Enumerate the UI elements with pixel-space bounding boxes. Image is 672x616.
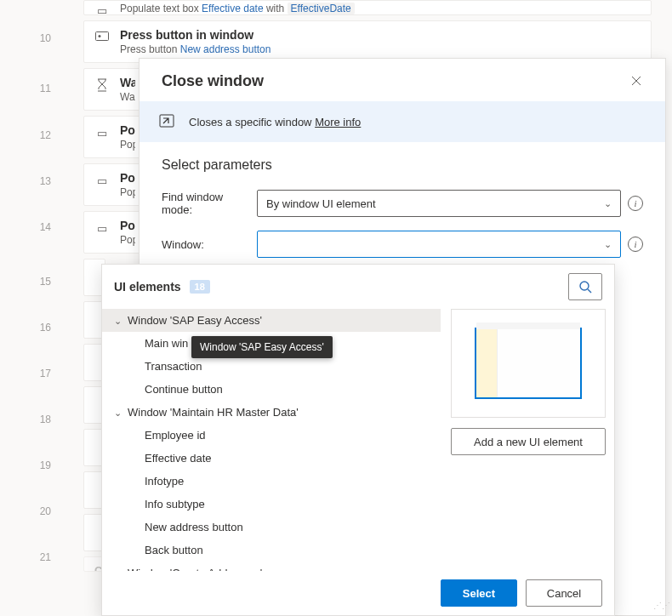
flow-step[interactable]: ▭ Populate text box Effective date with … (83, 0, 652, 15)
step-subtitle: Pop (120, 234, 135, 246)
close-window-icon (158, 113, 175, 130)
chevron-down-icon[interactable]: ⌄ (114, 408, 122, 419)
more-info-link[interactable]: More info (315, 116, 361, 128)
svg-point-3 (580, 282, 589, 290)
tree-item[interactable]: Employee id (102, 424, 441, 447)
tree-item[interactable]: Info subtype (102, 493, 441, 516)
line-number: 13 (0, 175, 51, 187)
line-number: 15 (0, 276, 51, 288)
tree-item[interactable]: Infotype (102, 470, 441, 493)
textbox-icon: ▭ (94, 3, 110, 15)
tree-group[interactable]: ⌄Window 'Create Addresses' (102, 562, 441, 571)
tree-item-label: Window 'SAP Easy Access' (128, 314, 262, 327)
tree-group[interactable]: ⌄Window 'SAP Easy Access' (102, 309, 441, 332)
textbox-icon: ▭ (94, 220, 110, 236)
line-number: 11 (0, 83, 51, 94)
tree-item[interactable]: New address button (102, 516, 441, 539)
cancel-button[interactable]: Cancel (526, 579, 602, 607)
step-title: Wai (120, 76, 135, 89)
tree-item-label: Transaction (145, 360, 202, 373)
window-select[interactable]: ⌄ (257, 231, 621, 258)
dialog-title: Close window (162, 72, 264, 90)
tree-item-label: Main win (145, 337, 188, 350)
picker-title: UI elements (114, 280, 181, 294)
elements-count-badge: 18 (190, 280, 210, 294)
chevron-down-icon[interactable]: ⌄ (114, 568, 122, 571)
chevron-down-icon[interactable]: ⌄ (114, 316, 122, 327)
line-number: 17 (0, 368, 51, 379)
svg-rect-2 (160, 115, 174, 127)
line-number: 18 (0, 414, 51, 425)
flow-step[interactable]: ▭ Pop Pop (83, 163, 146, 206)
tree-item[interactable]: Continue button (102, 378, 441, 401)
step-subtitle: Wait (120, 91, 135, 103)
step-title: Press button in window (120, 28, 641, 42)
line-number: 16 (0, 322, 51, 334)
tree-item[interactable]: Back button (102, 539, 441, 562)
svg-point-1 (99, 35, 101, 37)
step-subtitle: Populate text box Effective date with Ef… (120, 1, 641, 14)
find-window-mode-label: Find window mode: (162, 191, 250, 216)
tree-item[interactable]: Main win (102, 332, 441, 355)
add-ui-element-button[interactable]: Add a new UI element (451, 428, 606, 455)
tree-item-label: Continue button (145, 383, 223, 396)
info-icon[interactable]: i (628, 237, 643, 252)
flow-step[interactable]: Press button in window Press button New … (83, 20, 652, 63)
flow-step[interactable]: ▭ Pop Pop (83, 211, 146, 254)
textbox-icon: ▭ (94, 173, 110, 188)
flow-step[interactable]: ▭ Pop Pop (83, 116, 146, 158)
tree-item-label: Window 'Create Addresses' (128, 567, 262, 571)
flow-step[interactable]: Wai Wait (83, 68, 146, 111)
tree-item-label: Infotype (145, 475, 184, 488)
tree-group[interactable]: ⌄Window 'Maintain HR Master Data' (102, 401, 441, 424)
line-number: 10 (0, 32, 51, 44)
info-banner: Closes a specific window More info (140, 101, 665, 142)
find-window-mode-select[interactable]: By window UI element ⌄ (257, 190, 621, 217)
line-number: 14 (0, 221, 51, 233)
textbox-icon: ▭ (94, 125, 110, 140)
step-title: Pop (120, 219, 135, 232)
window-label: Window: (162, 238, 250, 251)
line-number: 19 (0, 459, 51, 471)
svg-rect-0 (96, 32, 109, 41)
line-number: 20 (0, 505, 51, 517)
step-title: Pop (120, 123, 135, 137)
close-button[interactable] (626, 71, 646, 91)
ui-elements-tree[interactable]: ⌄Window 'SAP Easy Access'Main winTransac… (102, 309, 446, 571)
hourglass-icon (94, 77, 110, 93)
chevron-down-icon: ⌄ (604, 239, 612, 250)
step-subtitle: Pop (120, 186, 135, 198)
search-button[interactable] (568, 273, 602, 300)
tree-item[interactable]: Transaction (102, 355, 441, 378)
ui-elements-picker: UI elements 18 ⌄Window 'SAP Easy Access'… (101, 264, 615, 616)
resize-handle-icon[interactable]: ⋰⋰ (653, 603, 663, 613)
tree-item-label: Info subtype (145, 498, 205, 510)
select-value: By window UI element (266, 197, 376, 210)
press-button-icon (94, 30, 110, 45)
tree-item-label: Employee id (145, 429, 206, 442)
chevron-down-icon: ⌄ (604, 198, 612, 209)
tree-item[interactable]: Effective date (102, 447, 441, 470)
banner-text: Closes a specific window (189, 116, 315, 128)
step-title: Pop (120, 171, 135, 185)
thumbnail-image (475, 328, 582, 399)
info-icon[interactable]: i (628, 196, 643, 211)
line-number: 12 (0, 129, 51, 141)
step-subtitle: Pop (120, 139, 135, 151)
preview-panel: Add a new UI element (446, 309, 614, 571)
tree-item-label: Effective date (145, 452, 212, 465)
select-button[interactable]: Select (441, 579, 517, 607)
tree-item-label: Back button (145, 544, 203, 556)
line-number: 21 (0, 551, 51, 563)
tree-item-label: New address button (145, 521, 243, 533)
step-subtitle: Press button New address button (120, 43, 641, 55)
element-thumbnail (451, 309, 606, 418)
tree-item-label: Window 'Maintain HR Master Data' (128, 406, 299, 419)
section-heading: Select parameters (140, 142, 665, 183)
